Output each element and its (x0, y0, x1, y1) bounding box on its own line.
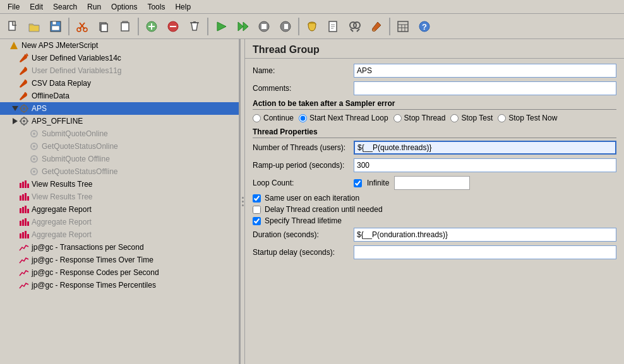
menu-search[interactable]: Search (48, 1, 82, 13)
svg-rect-74 (20, 208, 21, 213)
tree-item-gqso[interactable]: GetQuoteStatusOnline (0, 140, 239, 153)
table-button[interactable] (393, 16, 413, 37)
svg-marker-23 (243, 22, 248, 31)
svg-point-7 (77, 28, 81, 32)
cut-button[interactable] (72, 16, 92, 37)
radio-stop-test-now[interactable]: Stop Test Now (498, 114, 557, 122)
save-button[interactable] (45, 16, 66, 37)
menu-file[interactable]: File (3, 1, 25, 13)
tree-item-vrt2[interactable]: View Results Tree (0, 191, 239, 203)
tree-item-sqo[interactable]: SubmitQuoteOnline (0, 127, 239, 140)
startup-delay-label: Startup delay (seconds): (253, 248, 354, 257)
svg-rect-83 (22, 232, 24, 238)
graph-icon-1 (19, 179, 29, 189)
startup-delay-input[interactable] (354, 245, 616, 259)
run-button[interactable] (211, 16, 231, 37)
clear-button[interactable] (184, 16, 205, 37)
loop-count-input[interactable] (394, 176, 470, 190)
svg-rect-56 (20, 120, 21, 122)
tree-item-uv11g[interactable]: User Defined Variables11g (0, 64, 239, 77)
graph-icon-3 (19, 204, 29, 214)
same-user-checkbox[interactable] (253, 194, 261, 203)
svg-point-59 (33, 132, 35, 135)
tree-item-gqsoff[interactable]: GetQuoteStatusOffline (0, 165, 239, 178)
root-icon (9, 40, 19, 50)
stop-now-button[interactable] (275, 16, 296, 37)
tree-item-csv[interactable]: CSV Data Replay (0, 77, 239, 90)
radio-stop-test-now-input[interactable] (498, 114, 506, 122)
open-button[interactable] (24, 16, 44, 37)
specify-lifetime-label: Specify Thread lifetime (265, 216, 342, 225)
tree-item-label: User Defined Variables14c (32, 54, 121, 62)
comments-input[interactable] (354, 81, 616, 95)
stop-button[interactable] (254, 16, 274, 37)
jmx-button[interactable] (323, 16, 344, 37)
rampup-input[interactable] (354, 158, 616, 172)
svg-rect-50 (20, 108, 21, 109)
menu-tools[interactable]: Tools (142, 1, 170, 13)
tree-item-ar2[interactable]: Aggregate Report (0, 216, 239, 228)
tree-item-tps[interactable]: jp@gc - Transactions per Second (0, 241, 239, 254)
expand-aps-icon[interactable] (12, 106, 18, 111)
brush-button[interactable] (366, 16, 387, 37)
tree-item-label: SubmitQuote Offline (42, 155, 110, 163)
radio-start-next-input[interactable] (299, 114, 307, 122)
tree-item-rtp[interactable]: jp@gc - Response Times Percentiles (0, 279, 239, 291)
tree-item-aps[interactable]: APS (0, 102, 239, 115)
tree-item-vrt1[interactable]: View Results Tree (0, 178, 239, 191)
radio-stop-test-input[interactable] (450, 114, 459, 122)
help-button[interactable]: ? (414, 16, 435, 37)
threads-input[interactable] (354, 141, 616, 155)
loop-label: Loop Count: (253, 179, 354, 187)
name-input[interactable] (354, 64, 616, 78)
tree-item-rcps[interactable]: jp@gc - Response Codes per Second (0, 266, 239, 279)
tree-item-label: APS_OFFLINE (32, 117, 83, 126)
radio-continue-label: Continue (263, 114, 294, 122)
svg-rect-81 (27, 221, 29, 226)
specify-lifetime-checkbox[interactable] (253, 217, 261, 225)
graph-icon-7 (19, 255, 29, 265)
radio-continue-input[interactable] (253, 114, 261, 122)
radio-continue[interactable]: Continue (253, 114, 294, 122)
loop-infinite-checkbox[interactable] (354, 179, 362, 187)
tree-item-aps-offline[interactable]: APS_OFFLINE (0, 115, 239, 127)
tree-item-root[interactable]: New APS JMeterScript (0, 39, 239, 52)
tree-item-offline[interactable]: OfflineData (0, 90, 239, 102)
tree-item-label: GetQuoteStatusOnline (42, 142, 118, 151)
radio-stop-thread-input[interactable] (393, 114, 402, 122)
remove-button[interactable] (163, 16, 183, 37)
gear-icon-aps (19, 103, 29, 114)
tree-item-rto[interactable]: jp@gc - Response Times Over Time (0, 254, 239, 266)
svg-rect-79 (22, 220, 24, 226)
radio-stop-test-label: Stop Test (461, 114, 493, 122)
jar-button[interactable] (302, 16, 322, 37)
resize-handle[interactable] (240, 39, 245, 364)
menu-options[interactable]: Options (106, 1, 142, 13)
shortcuts-button[interactable] (345, 16, 365, 37)
svg-rect-66 (20, 183, 21, 188)
delay-thread-row: Delay Thread creation until needed (253, 205, 616, 214)
add-button[interactable] (141, 16, 162, 37)
svg-rect-76 (25, 206, 27, 213)
radio-stop-thread[interactable]: Stop Thread (393, 114, 446, 122)
tree-item-sqoff[interactable]: SubmitQuote Offline (0, 153, 239, 165)
menu-run[interactable]: Run (82, 1, 106, 13)
menu-edit[interactable]: Edit (25, 1, 48, 13)
run-no-pause-button[interactable] (232, 16, 253, 37)
duration-label: Duration (seconds): (253, 230, 354, 239)
radio-start-next[interactable]: Start Next Thread Loop (299, 114, 388, 122)
copy-button[interactable] (93, 16, 114, 37)
menu-help[interactable]: Help (170, 1, 196, 13)
duration-input[interactable] (354, 228, 616, 242)
tree-item-label: GetQuoteStatusOffline (42, 167, 118, 176)
tree-item-uv14c[interactable]: User Defined Variables14c (0, 52, 239, 64)
tree-item-ar1[interactable]: Aggregate Report (0, 203, 239, 216)
toolbar: ? (0, 14, 624, 39)
delay-thread-checkbox[interactable] (253, 206, 261, 214)
expand-aps-offline-icon[interactable] (13, 118, 18, 124)
paste-button[interactable] (115, 16, 135, 37)
gear-icon-gqsoff (29, 167, 39, 177)
new-button[interactable] (3, 16, 23, 37)
radio-stop-test[interactable]: Stop Test (450, 114, 493, 122)
tree-item-ar3[interactable]: Aggregate Report (0, 228, 239, 241)
